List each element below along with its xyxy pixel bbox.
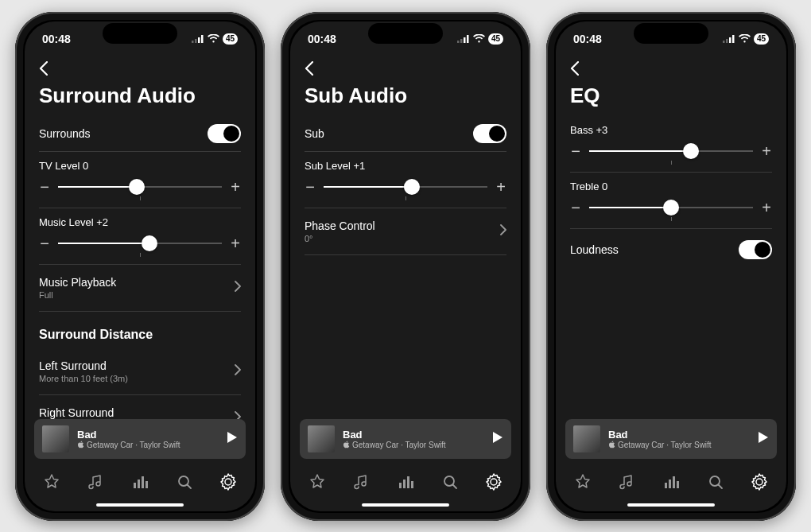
- dynamic-island: [368, 23, 443, 44]
- now-playing-subtitle: Getaway Car · Taylor Swift: [87, 441, 180, 449]
- tv-level-slider[interactable]: [58, 179, 222, 195]
- gear-icon: [485, 473, 503, 491]
- tab-favorites[interactable]: [40, 470, 64, 497]
- play-button[interactable]: [758, 431, 769, 447]
- tab-search[interactable]: [173, 470, 196, 497]
- tab-search[interactable]: [704, 470, 728, 497]
- tab-music[interactable]: [615, 470, 638, 497]
- screen: 00:48 45 Sub Audio Sub Sub Level +1: [290, 21, 521, 511]
- treble-minus[interactable]: −: [570, 199, 581, 217]
- bass-plus[interactable]: +: [761, 142, 772, 161]
- bass-slider[interactable]: [589, 143, 753, 159]
- screen: 00:48 45 Surround Audio Surrounds TV Lev…: [25, 21, 255, 511]
- music-playback-value: Full: [39, 290, 116, 300]
- tab-system[interactable]: [394, 470, 417, 497]
- surround-distance-header: Surround Distance: [39, 312, 241, 348]
- svg-rect-22: [729, 37, 731, 43]
- tab-music[interactable]: [83, 470, 107, 497]
- wifi-icon: [208, 34, 219, 43]
- page-title: Sub Audio: [290, 80, 521, 116]
- svg-rect-24: [665, 483, 667, 488]
- album-art: [308, 425, 335, 452]
- tv-level-minus[interactable]: −: [39, 178, 50, 196]
- svg-rect-23: [732, 35, 735, 43]
- tab-music[interactable]: [349, 470, 373, 497]
- cellular-icon: [723, 35, 735, 43]
- treble-slider[interactable]: [589, 200, 753, 216]
- sub-toggle[interactable]: [473, 124, 506, 143]
- svg-rect-20: [723, 41, 725, 43]
- tab-bar: [25, 464, 255, 500]
- page-title: EQ: [556, 80, 786, 116]
- sub-level-minus[interactable]: −: [305, 178, 316, 196]
- content-area: Surrounds TV Level 0 − + Music Level +2: [25, 116, 255, 419]
- right-surround-row[interactable]: Right Surround More than 10 feet (3m): [39, 395, 241, 419]
- play-button[interactable]: [227, 431, 238, 447]
- search-icon: [707, 473, 724, 491]
- left-surround-row[interactable]: Left Surround More than 10 feet (3m): [39, 348, 241, 395]
- music-level-minus[interactable]: −: [39, 235, 50, 253]
- phase-control-row[interactable]: Phase Control 0°: [305, 208, 506, 255]
- tab-system[interactable]: [659, 470, 683, 497]
- status-icons: 45: [192, 33, 238, 45]
- svg-rect-25: [669, 480, 671, 488]
- star-icon: [43, 473, 60, 491]
- album-art: [42, 425, 69, 452]
- treble-plus[interactable]: +: [761, 199, 772, 217]
- dynamic-island: [103, 23, 177, 44]
- status-time: 00:48: [308, 33, 336, 45]
- loudness-toggle[interactable]: [739, 240, 772, 259]
- tab-favorites[interactable]: [571, 470, 595, 497]
- now-playing-bar[interactable]: Bad Getaway Car · Taylor Swift: [565, 419, 777, 459]
- tab-settings[interactable]: [482, 470, 506, 497]
- music-playback-row[interactable]: Music Playback Full: [39, 265, 241, 312]
- home-indicator[interactable]: [362, 503, 449, 507]
- tab-system[interactable]: [128, 470, 152, 497]
- left-surround-value: More than 10 feet (3m): [39, 374, 128, 383]
- svg-rect-12: [464, 37, 466, 43]
- sub-level-slider[interactable]: [324, 179, 487, 195]
- music-level-plus[interactable]: +: [230, 235, 241, 253]
- apple-icon: [608, 441, 615, 449]
- phase-control-label: Phase Control: [305, 219, 375, 232]
- wifi-icon: [739, 34, 751, 43]
- sub-level-plus[interactable]: +: [495, 178, 506, 196]
- cellular-icon: [192, 35, 204, 43]
- battery-pill: 45: [754, 33, 769, 45]
- tab-settings[interactable]: [216, 470, 240, 497]
- back-button[interactable]: [39, 61, 48, 78]
- now-playing-bar[interactable]: Bad Getaway Car · Taylor Swift: [34, 419, 246, 459]
- sub-level-label: Sub Level +1: [305, 160, 506, 172]
- surrounds-toggle[interactable]: [208, 124, 241, 143]
- music-level-label: Music Level +2: [39, 216, 241, 228]
- chevron-left-icon: [305, 61, 313, 76]
- svg-rect-10: [457, 41, 460, 43]
- tv-level-plus[interactable]: +: [230, 178, 241, 196]
- tab-search[interactable]: [438, 470, 462, 497]
- bars-icon: [131, 473, 149, 491]
- back-button[interactable]: [570, 61, 579, 78]
- home-indicator[interactable]: [96, 503, 184, 507]
- star-icon: [308, 473, 326, 491]
- page-title: Surround Audio: [25, 80, 255, 116]
- battery-pill: 45: [488, 33, 503, 45]
- tab-bar: [556, 464, 786, 500]
- now-playing-bar[interactable]: Bad Getaway Car · Taylor Swift: [300, 419, 511, 459]
- tab-settings[interactable]: [747, 470, 771, 497]
- chevron-right-icon: [235, 411, 241, 419]
- wifi-icon: [473, 34, 485, 43]
- tab-favorites[interactable]: [305, 470, 329, 497]
- music-level-slider[interactable]: [58, 235, 222, 251]
- star-icon: [574, 473, 592, 491]
- now-playing-title: Bad: [343, 429, 484, 441]
- back-button[interactable]: [305, 61, 313, 78]
- music-note-icon: [618, 473, 635, 491]
- home-indicator[interactable]: [627, 503, 715, 507]
- bass-minus[interactable]: −: [570, 142, 581, 161]
- play-button[interactable]: [492, 431, 503, 447]
- music-playback-label: Music Playback: [39, 276, 116, 289]
- status-icons: 45: [723, 33, 769, 45]
- now-playing-subtitle: Getaway Car · Taylor Swift: [618, 441, 712, 449]
- svg-rect-6: [142, 476, 144, 488]
- screen: 00:48 45 EQ Bass +3 −: [556, 21, 786, 511]
